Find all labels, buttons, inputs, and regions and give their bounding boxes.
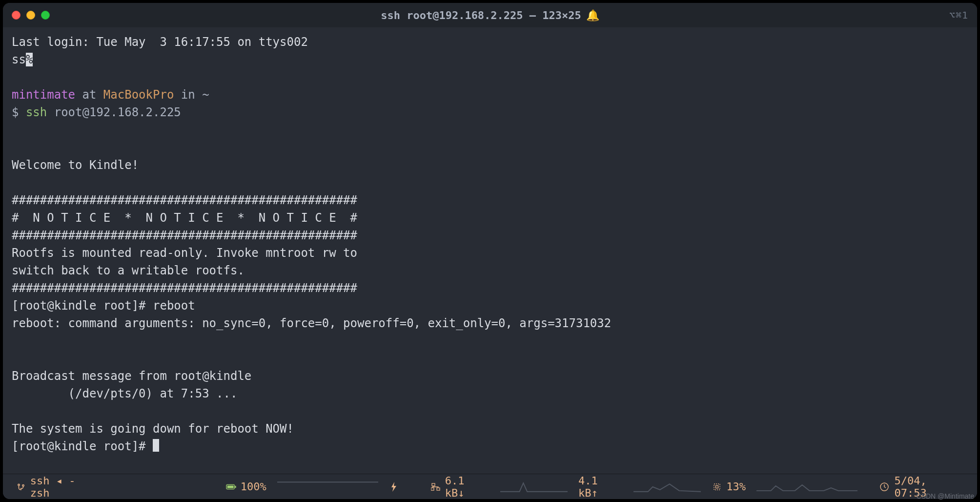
net-spark (500, 480, 568, 494)
battery-icon (226, 481, 237, 492)
minimize-button[interactable] (26, 11, 35, 20)
status-network: 6.1 kB↓ (430, 475, 490, 499)
net-down: 6.1 kB↓ (445, 475, 490, 499)
prompt-at: at (75, 88, 103, 102)
hash-line-3: ########################################… (12, 281, 357, 295)
rootfs-line-2: switch back to a writable rootfs. (12, 264, 245, 277)
cmd-args: root@192.168.2.225 (47, 105, 181, 119)
status-battery: 100% (226, 481, 266, 493)
going-down-line: The system is going down for reboot NOW! (12, 422, 294, 436)
svg-rect-4 (431, 488, 434, 490)
partial-cursor: % (26, 53, 33, 66)
branch-icon (16, 481, 26, 492)
status-process-text: ssh ◂ -zsh (30, 475, 94, 499)
prompt-symbol: $ (12, 105, 26, 119)
prompt-in: in (174, 88, 202, 102)
prompt-user: mintimate (12, 88, 75, 102)
svg-rect-6 (714, 484, 720, 490)
cmd-ssh: ssh (26, 105, 47, 119)
status-bar: ssh ◂ -zsh 100% 6.1 kB↓ 4. (3, 474, 977, 499)
bell-icon: 🔔 (586, 9, 599, 21)
clock-icon (879, 481, 890, 492)
window-title: ssh root@192.168.2.225 — 123×25 🔔 (381, 9, 599, 21)
rootfs-line-1: Rootfs is mounted read-only. Invoke mntr… (12, 246, 357, 260)
hash-line-1: ########################################… (12, 193, 357, 207)
cpu-icon (712, 481, 722, 492)
cpu-spark (756, 480, 858, 494)
net-up: 4.1 kB↑ (578, 475, 623, 499)
cpu-text: 13% (726, 481, 746, 493)
reboot-output: reboot: command arguments: no_sync=0, fo… (12, 316, 611, 330)
network-icon (430, 481, 441, 492)
svg-rect-1 (235, 485, 236, 488)
bolt-icon (389, 481, 400, 492)
broadcast-line-1: Broadcast message from root@kindle (12, 369, 251, 383)
prompt-host: MacBookPro (103, 88, 174, 102)
status-cpu: 13% (712, 481, 746, 493)
shortcut-hint: ⌥⌘1 (949, 9, 968, 21)
net-up-spark (633, 480, 701, 494)
titlebar: ssh root@192.168.2.225 — 123×25 🔔 ⌥⌘1 (3, 3, 977, 27)
terminal-output[interactable]: Last login: Tue May 3 16:17:55 on ttys00… (3, 27, 977, 474)
title-text: ssh root@192.168.2.225 — 123×25 (381, 9, 581, 21)
kindle-prompt-2: [root@kindle root]# (12, 439, 153, 453)
last-login-line: Last login: Tue May 3 16:17:55 on ttys00… (12, 35, 308, 49)
watermark: CSDN @Mintimate (917, 492, 974, 500)
notice-line: # N O T I C E * N O T I C E * N O T I C … (12, 211, 357, 225)
kindle-prompt-reboot: [root@kindle root]# reboot (12, 299, 195, 313)
prompt-path: ~ (202, 88, 209, 102)
hash-line-2: ########################################… (12, 229, 357, 242)
svg-rect-2 (227, 485, 233, 488)
welcome-line: Welcome to Kindle! (12, 158, 139, 172)
close-button[interactable] (12, 11, 20, 20)
terminal-window: ssh root@192.168.2.225 — 123×25 🔔 ⌥⌘1 La… (3, 3, 977, 499)
svg-rect-3 (432, 483, 435, 486)
cursor (153, 439, 159, 452)
partial-text: ss (12, 53, 26, 66)
svg-rect-5 (437, 488, 440, 490)
broadcast-line-2: (/dev/pts/0) at 7:53 ... (12, 387, 237, 400)
svg-rect-7 (716, 485, 718, 488)
zoom-button[interactable] (41, 11, 50, 20)
battery-spark (277, 480, 378, 494)
status-process[interactable]: ssh ◂ -zsh (16, 475, 94, 499)
battery-text: 100% (241, 481, 266, 493)
window-controls (12, 11, 50, 20)
